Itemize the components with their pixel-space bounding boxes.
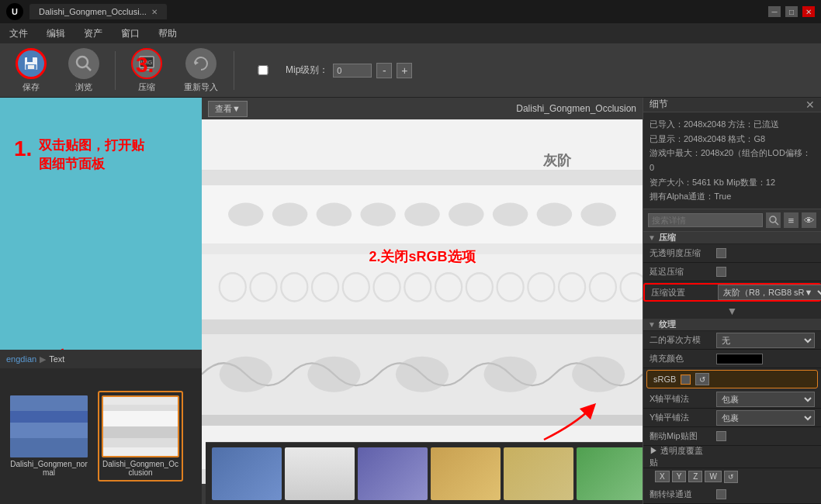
mini-thumb-3[interactable] — [358, 447, 428, 500]
maximize-button[interactable]: □ — [785, 6, 798, 17]
menu-help[interactable]: 帮助 — [155, 26, 180, 42]
mip-minus-button[interactable]: - — [376, 63, 392, 78]
svg-point-4 — [77, 57, 88, 67]
compression-section-header[interactable]: ▼ 压缩 — [643, 232, 821, 244]
mip-gen-row: 二的幂次方模 无 — [643, 331, 821, 350]
viewer-title: Dalishi_Gongmen_Occlusion — [516, 103, 636, 114]
svg-point-26 — [360, 202, 395, 226]
close-button[interactable]: ✕ — [802, 6, 815, 17]
mini-thumb-6[interactable] — [577, 447, 643, 500]
title-bar-controls: ─ □ ✕ — [768, 6, 815, 17]
svg-rect-11 — [10, 395, 88, 411]
coord-y-button[interactable]: Y — [672, 471, 687, 482]
reimport-arrow-icon — [192, 54, 210, 73]
compress-button[interactable]: IMG 压缩 — [125, 45, 168, 96]
menu-window[interactable]: 窗口 — [118, 26, 143, 42]
mip-gen-label: 二的幂次方模 — [650, 334, 712, 346]
deferred-row: 延迟压缩 — [643, 263, 821, 281]
compress-label: 压缩 — [138, 81, 155, 93]
coord-reset-button[interactable]: ↺ — [724, 471, 738, 483]
srgb-reset-button[interactable]: ↺ — [695, 373, 709, 385]
right-panel-header: 细节 ✕ — [643, 98, 821, 112]
asset-item-occlusion[interactable]: Dalishi_Gongmen_Occlusion — [98, 391, 183, 482]
asset-item-normal[interactable]: Dalishi_Gongmen_normal — [6, 392, 92, 480]
info-row-4: 拥有Alpha通道：True — [650, 189, 815, 204]
reimport-button[interactable]: 重新导入 — [178, 45, 224, 96]
compression-section-title: 压缩 — [659, 232, 676, 243]
asset-browser-panel: Dalishi_Gongmen_normal Dalishi_Gongmen_O — [0, 368, 202, 504]
reimport-label: 重新导入 — [184, 81, 218, 93]
no-alpha-row: 无透明度压缩 — [643, 244, 821, 263]
save-button[interactable]: 保存 — [9, 45, 53, 96]
texture-viewer: 2.关闭sRGB选项 — [202, 119, 643, 484]
svg-point-51 — [484, 357, 537, 392]
tab-close-icon[interactable]: ✕ — [151, 8, 158, 16]
occlusion-thumb-svg — [103, 395, 178, 457]
svg-point-25 — [317, 202, 352, 226]
svg-rect-17 — [103, 405, 178, 411]
y-tiling-dropdown[interactable]: 包裹 — [716, 410, 815, 426]
breadcrumb-bar: engdian ▶ Text — [0, 350, 202, 368]
mip-checkbox[interactable] — [244, 65, 282, 75]
menu-asset[interactable]: 资产 — [81, 26, 106, 42]
list-view-button[interactable]: ≡ — [784, 212, 798, 228]
x-tiling-label: X轴平铺法 — [650, 393, 712, 405]
eye-button[interactable]: 👁 — [802, 212, 816, 228]
compression-arrow-icon: ▼ — [648, 233, 656, 242]
info-section: 已导入：2048x2048 方法：已流送 已显示：2048x2048 格式：G8… — [643, 112, 821, 209]
browse-label: 浏览 — [75, 81, 92, 93]
right-panel: 细节 ✕ 已导入：2048x2048 方法：已流送 已显示：2048x2048 … — [643, 98, 821, 504]
mini-thumb-5[interactable] — [504, 447, 573, 500]
asset-thumb-occlusion — [102, 395, 179, 457]
svg-rect-13 — [10, 423, 88, 438]
coord-w-button[interactable]: W — [705, 471, 721, 482]
search-bar: ≡ 👁 — [643, 209, 821, 232]
no-alpha-checkbox[interactable] — [716, 248, 726, 258]
fill-color-swatch[interactable] — [716, 354, 763, 364]
view-dropdown-button[interactable]: 查看▼ — [208, 101, 248, 117]
save-floppy-icon — [23, 55, 40, 72]
menu-file[interactable]: 文件 — [6, 26, 31, 42]
compress-setting-dropdown[interactable]: 灰阶（R8，RGB8 sR▼ — [718, 285, 821, 300]
texture-section-header[interactable]: ▼ 纹理 — [643, 319, 821, 331]
compress-setting-label: 压缩设置 — [651, 287, 713, 299]
minimize-button[interactable]: ─ — [768, 6, 781, 17]
srgb-row: sRGB ↺ — [646, 370, 818, 388]
flip-green-label: 翻转绿通道 — [650, 488, 712, 500]
mini-thumb-4[interactable] — [431, 447, 501, 500]
browse-button[interactable]: 浏览 — [62, 45, 106, 96]
mip-plus-button[interactable]: + — [397, 63, 412, 78]
search-input[interactable] — [648, 213, 763, 227]
svg-rect-19 — [103, 426, 178, 438]
svg-point-31 — [580, 202, 615, 226]
breadcrumb-parent[interactable]: engdian — [6, 354, 36, 364]
coord-x-button[interactable]: X — [655, 471, 670, 482]
mip-gen-dropdown[interactable]: 无 — [716, 333, 815, 348]
mini-thumb-2[interactable] — [285, 447, 355, 500]
main-tab[interactable]: Dalishi_Gongmen_Occlusi... ✕ — [29, 4, 167, 19]
fill-color-row: 填充颜色 — [643, 350, 821, 368]
title-bar-left: U Dalishi_Gongmen_Occlusi... ✕ — [6, 3, 167, 20]
menu-edit[interactable]: 编辑 — [43, 26, 68, 42]
flip-mip-checkbox[interactable] — [716, 431, 726, 441]
x-tiling-row: X轴平铺法 包裹 — [643, 390, 821, 409]
x-tiling-dropdown[interactable]: 包裹 — [716, 392, 815, 407]
svg-point-52 — [572, 357, 625, 392]
search-button[interactable] — [766, 212, 781, 228]
svg-rect-3 — [28, 65, 34, 69]
flip-green-checkbox[interactable] — [716, 489, 726, 499]
deferred-checkbox[interactable] — [716, 267, 726, 277]
coord-z-button[interactable]: Z — [688, 471, 702, 482]
srgb-checkbox[interactable] — [681, 375, 691, 385]
svg-line-5 — [86, 66, 91, 71]
svg-rect-12 — [10, 411, 88, 423]
toolbar: 保存 浏览 IMG 压缩 重新导入 — [0, 43, 821, 98]
mip-input[interactable] — [333, 64, 372, 78]
svg-line-54 — [775, 222, 778, 225]
mini-thumb-1[interactable] — [212, 447, 282, 500]
right-panel-close-button[interactable]: ✕ — [805, 98, 815, 111]
gray-arrow-row: ▼ — [643, 303, 821, 319]
flip-mip-label: 翻动Mip贴图 — [650, 430, 712, 442]
svg-marker-9 — [195, 60, 199, 65]
svg-rect-20 — [103, 438, 178, 447]
